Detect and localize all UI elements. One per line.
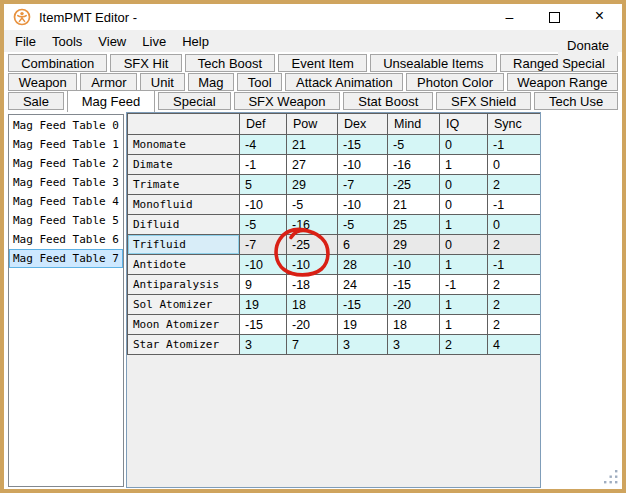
cell-mind[interactable]: 29 (388, 235, 440, 255)
cell-pow[interactable]: -25 (287, 235, 338, 255)
column-header[interactable]: Pow (287, 114, 338, 135)
cell-dex[interactable]: 24 (338, 275, 388, 295)
cell-iq[interactable]: 2 (440, 335, 488, 355)
list-item[interactable]: Mag Feed Table 7 (9, 249, 123, 268)
list-item[interactable]: Mag Feed Table 1 (9, 135, 123, 154)
cell-sync[interactable]: 2 (488, 315, 541, 335)
cell-def[interactable]: -7 (240, 235, 287, 255)
cell-pow[interactable]: 21 (287, 135, 338, 155)
cell-def[interactable]: -15 (240, 315, 287, 335)
cell-dex[interactable]: -15 (338, 295, 388, 315)
cell-pow[interactable]: 27 (287, 155, 338, 175)
tab[interactable]: SFX Weapon (234, 92, 341, 110)
cell-pow[interactable]: -5 (287, 195, 338, 215)
cell-sync[interactable]: 4 (488, 335, 541, 355)
cell-def[interactable]: 9 (240, 275, 287, 295)
row-header[interactable]: Antidote (128, 255, 240, 275)
cell-mind[interactable]: -25 (388, 175, 440, 195)
cell-iq[interactable]: 1 (440, 295, 488, 315)
cell-dex[interactable]: -5 (338, 215, 388, 235)
cell-sync[interactable]: 0 (488, 155, 541, 175)
row-header[interactable]: Antiparalysis (128, 275, 240, 295)
menu-item[interactable]: File (7, 32, 44, 51)
cell-mind[interactable]: 18 (388, 315, 440, 335)
column-header[interactable]: Def (240, 114, 287, 135)
maximize-button[interactable] (532, 4, 577, 30)
row-header[interactable]: Monofluid (128, 195, 240, 215)
cell-def[interactable]: 3 (240, 335, 287, 355)
tab[interactable]: SFX Shield (436, 92, 531, 110)
cell-pow[interactable]: -16 (287, 215, 338, 235)
cell-iq[interactable]: 0 (440, 195, 488, 215)
cell-sync[interactable]: -1 (488, 135, 541, 155)
tab[interactable]: Tech Use (534, 92, 618, 110)
cell-mind[interactable]: -20 (388, 295, 440, 315)
close-button[interactable]: × (577, 4, 622, 30)
tab[interactable]: SFX Hit (110, 54, 181, 72)
cell-sync[interactable]: 2 (488, 175, 541, 195)
row-header[interactable]: Sol Atomizer (128, 295, 240, 315)
cell-def[interactable]: -4 (240, 135, 287, 155)
cell-iq[interactable]: 0 (440, 235, 488, 255)
cell-dex[interactable]: -10 (338, 195, 388, 215)
row-header[interactable]: Trifluid (128, 235, 240, 255)
cell-iq[interactable]: 0 (440, 175, 488, 195)
tab[interactable]: Tech Boost (185, 54, 276, 72)
cell-iq[interactable]: 1 (440, 215, 488, 235)
menu-item[interactable]: Tools (44, 32, 90, 51)
cell-iq[interactable]: 1 (440, 315, 488, 335)
cell-def[interactable]: 19 (240, 295, 287, 315)
list-item[interactable]: Mag Feed Table 3 (9, 173, 123, 192)
tab[interactable]: Mag Feed (67, 90, 155, 112)
tab[interactable]: Weapon (8, 73, 77, 91)
cell-sync[interactable]: -1 (488, 255, 541, 275)
cell-pow[interactable]: 29 (287, 175, 338, 195)
cell-pow[interactable]: 7 (287, 335, 338, 355)
cell-pow[interactable]: -20 (287, 315, 338, 335)
cell-def[interactable]: -10 (240, 255, 287, 275)
cell-def[interactable]: 5 (240, 175, 287, 195)
cell-dex[interactable]: -10 (338, 155, 388, 175)
tab[interactable]: Weapon Range (507, 73, 618, 91)
list-item[interactable]: Mag Feed Table 6 (9, 230, 123, 249)
mag-feed-table-list[interactable]: Mag Feed Table 0Mag Feed Table 1Mag Feed… (8, 114, 124, 487)
tab[interactable]: Ranged Special (500, 54, 618, 72)
list-item[interactable]: Mag Feed Table 5 (9, 211, 123, 230)
cell-dex[interactable]: 28 (338, 255, 388, 275)
column-header[interactable]: IQ (440, 114, 488, 135)
cell-dex[interactable]: 6 (338, 235, 388, 255)
row-header[interactable]: Star Atomizer (128, 335, 240, 355)
menu-item-donate[interactable]: Donate (558, 36, 618, 55)
cell-mind[interactable]: 3 (388, 335, 440, 355)
cell-sync[interactable]: 2 (488, 295, 541, 315)
list-item[interactable]: Mag Feed Table 0 (9, 116, 123, 135)
tab[interactable]: Mag (188, 73, 235, 91)
list-item[interactable]: Mag Feed Table 2 (9, 154, 123, 173)
row-header[interactable]: Moon Atomizer (128, 315, 240, 335)
menu-item[interactable]: Live (134, 32, 174, 51)
cell-sync[interactable]: 0 (488, 215, 541, 235)
menu-item[interactable]: View (90, 32, 134, 51)
tab[interactable]: Combination (8, 54, 107, 72)
tab[interactable]: Special (158, 92, 230, 110)
cell-pow[interactable]: 18 (287, 295, 338, 315)
cell-mind[interactable]: -15 (388, 275, 440, 295)
tab[interactable]: Attack Animation (285, 73, 403, 91)
cell-mind[interactable]: -16 (388, 155, 440, 175)
cell-iq[interactable]: 1 (440, 155, 488, 175)
cell-mind[interactable]: 25 (388, 215, 440, 235)
minimize-button[interactable]: – (487, 4, 532, 30)
row-header[interactable]: Trimate (128, 175, 240, 195)
column-header[interactable]: Mind (388, 114, 440, 135)
cell-dex[interactable]: 3 (338, 335, 388, 355)
cell-dex[interactable]: -15 (338, 135, 388, 155)
cell-sync[interactable]: 2 (488, 235, 541, 255)
cell-mind[interactable]: 21 (388, 195, 440, 215)
column-header[interactable]: Dex (338, 114, 388, 135)
cell-pow[interactable]: -18 (287, 275, 338, 295)
cell-pow[interactable]: -10 (287, 255, 338, 275)
row-header[interactable]: Monomate (128, 135, 240, 155)
cell-mind[interactable]: -5 (388, 135, 440, 155)
tab[interactable]: Stat Boost (343, 92, 433, 110)
column-header[interactable]: Sync (488, 114, 541, 135)
